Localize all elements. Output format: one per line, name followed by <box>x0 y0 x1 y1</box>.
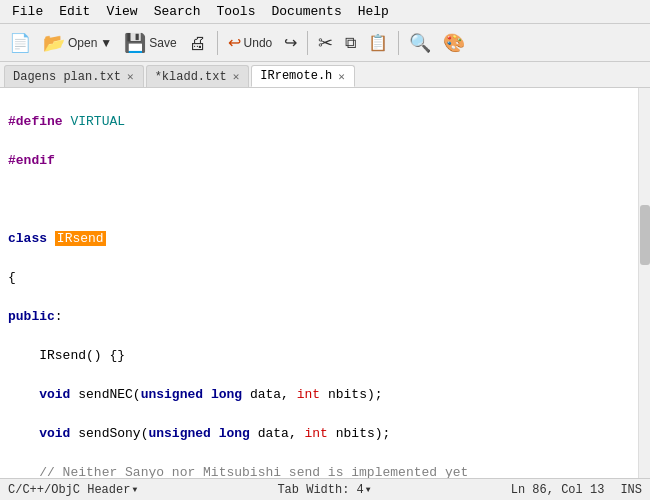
save-button[interactable]: 💾 Save <box>119 28 181 58</box>
code-line-comment1: // Neither Sanyo nor Mitsubishi send is … <box>8 463 630 479</box>
tab-kladd-close[interactable]: ✕ <box>232 70 241 83</box>
save-icon: 💾 <box>124 34 146 52</box>
undo-icon: ↩ <box>228 33 241 52</box>
tab-irremote-close[interactable]: ✕ <box>337 70 346 83</box>
new-button[interactable]: 📄 <box>4 28 36 58</box>
menu-search[interactable]: Search <box>146 2 209 21</box>
code-line-blank <box>8 190 630 210</box>
open-icon: 📂 <box>43 34 65 52</box>
tab-irremote[interactable]: IRremote.h ✕ <box>251 65 355 87</box>
menu-documents[interactable]: Documents <box>263 2 349 21</box>
language-selector[interactable]: C/C++/ObjC Header <box>8 483 137 497</box>
print-button[interactable]: 🖨 <box>184 28 212 58</box>
cut-button[interactable]: ✂ <box>313 28 338 58</box>
scrollbar-thumb[interactable] <box>640 205 650 265</box>
code-line-brace-open: { <box>8 268 630 288</box>
code-line-sendsony: void sendSony(unsigned long data, int nb… <box>8 424 630 444</box>
redo-icon: ↪ <box>284 33 297 52</box>
separator-2 <box>307 31 308 55</box>
status-right: Ln 86, Col 13 INS <box>511 483 642 497</box>
tab-dagens-label: Dagens plan.txt <box>13 70 121 84</box>
editor-container: #define VIRTUAL #endif class IRsend { pu… <box>0 88 650 478</box>
menu-tools[interactable]: Tools <box>208 2 263 21</box>
tabs-bar: Dagens plan.txt ✕ *kladd.txt ✕ IRremote.… <box>0 62 650 88</box>
tab-dagens[interactable]: Dagens plan.txt ✕ <box>4 65 144 87</box>
scrollbar[interactable] <box>638 88 650 478</box>
insert-mode: INS <box>620 483 642 497</box>
separator-3 <box>398 31 399 55</box>
menu-help[interactable]: Help <box>350 2 397 21</box>
save-label: Save <box>149 36 176 50</box>
cursor-position: Ln 86, Col 13 <box>511 483 605 497</box>
color-icon: 🎨 <box>443 32 465 54</box>
statusbar: C/C++/ObjC Header Tab Width: 4 Ln 86, Co… <box>0 478 650 500</box>
paste-button[interactable]: 📋 <box>363 28 393 58</box>
print-icon: 🖨 <box>189 34 207 52</box>
code-line-sendnec: void sendNEC(unsigned long data, int nbi… <box>8 385 630 405</box>
tab-dagens-close[interactable]: ✕ <box>126 70 135 83</box>
cut-icon: ✂ <box>318 34 333 52</box>
code-line-1: #define VIRTUAL <box>8 112 630 132</box>
separator-1 <box>217 31 218 55</box>
undo-button[interactable]: ↩ Undo <box>223 28 278 58</box>
paste-icon: 📋 <box>368 33 388 52</box>
menu-view[interactable]: View <box>98 2 145 21</box>
menu-edit[interactable]: Edit <box>51 2 98 21</box>
status-center: Tab Width: 4 <box>277 483 370 497</box>
code-line-2: #endif <box>8 151 630 171</box>
editor-content[interactable]: #define VIRTUAL #endif class IRsend { pu… <box>0 88 638 478</box>
open-label: Open <box>68 36 97 50</box>
code-line-constructor: IRsend() {} <box>8 346 630 366</box>
undo-label: Undo <box>244 36 273 50</box>
copy-icon: ⧉ <box>345 34 356 52</box>
copy-button[interactable]: ⧉ <box>340 28 361 58</box>
toolbar: 📄 📂 Open ▼ 💾 Save 🖨 ↩ Undo ↪ ✂ ⧉ 📋 🔍 🎨 <box>0 24 650 62</box>
find-icon: 🔍 <box>409 32 431 54</box>
status-left: C/C++/ObjC Header <box>8 483 137 497</box>
menubar: File Edit View Search Tools Documents He… <box>0 0 650 24</box>
code-line-public: public: <box>8 307 630 327</box>
redo-button[interactable]: ↪ <box>279 28 302 58</box>
tab-irremote-label: IRremote.h <box>260 69 332 83</box>
tab-kladd[interactable]: *kladd.txt ✕ <box>146 65 250 87</box>
color-button[interactable]: 🎨 <box>438 28 470 58</box>
find-button[interactable]: 🔍 <box>404 28 436 58</box>
tab-kladd-label: *kladd.txt <box>155 70 227 84</box>
open-button[interactable]: 📂 Open ▼ <box>38 28 117 58</box>
open-arrow: ▼ <box>100 36 112 50</box>
tab-width-selector[interactable]: Tab Width: 4 <box>277 483 370 497</box>
new-icon: 📄 <box>9 34 31 52</box>
code-line-class: class IRsend <box>8 229 630 249</box>
menu-file[interactable]: File <box>4 2 51 21</box>
